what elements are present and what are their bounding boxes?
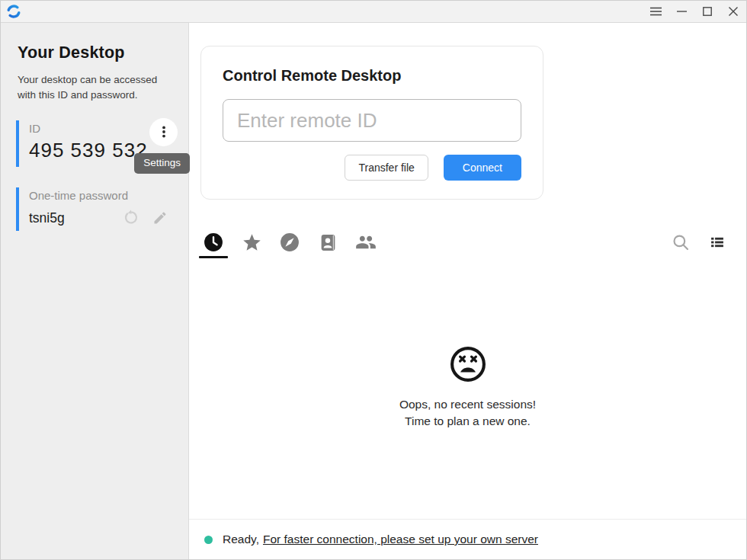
statusbar: Ready, For faster connection, please set…	[189, 519, 746, 559]
minimize-icon	[677, 7, 687, 16]
connect-button[interactable]: Connect	[444, 155, 521, 181]
dizzy-face-icon	[448, 344, 488, 384]
minimize-button[interactable]	[668, 1, 694, 22]
card-button-row: Transfer file Connect	[223, 155, 521, 181]
search-button[interactable]	[668, 230, 693, 254]
settings-menu-button[interactable]	[149, 118, 178, 146]
people-icon	[355, 232, 377, 253]
refresh-password-button[interactable]	[121, 208, 141, 228]
id-section: ID 495 539 532 Settings	[16, 120, 188, 167]
app-body: Your Desktop Your desktop can be accesse…	[1, 23, 746, 559]
password-label: One-time password	[29, 189, 188, 202]
session-tabbar	[199, 226, 729, 259]
pencil-icon	[152, 210, 168, 226]
password-section: One-time password tsni5g	[16, 187, 188, 231]
address-book-icon	[319, 233, 338, 252]
connect-card: Control Remote Desktop Transfer file Con…	[200, 46, 543, 200]
window-menu-button[interactable]	[643, 1, 668, 22]
clock-icon	[204, 232, 223, 252]
maximize-button[interactable]	[694, 1, 720, 22]
three-dots-vertical-icon	[157, 125, 171, 139]
remote-id-input[interactable]	[223, 99, 521, 142]
edit-password-button[interactable]	[150, 208, 170, 228]
hamburger-menu-icon	[650, 7, 662, 16]
tab-favorites[interactable]	[237, 226, 266, 259]
sidebar: Your Desktop Your desktop can be accesse…	[1, 23, 189, 559]
close-icon	[729, 7, 738, 16]
maximize-icon	[703, 7, 712, 16]
list-view-icon	[710, 235, 725, 250]
list-view-button[interactable]	[705, 230, 729, 254]
main-area: Control Remote Desktop Transfer file Con…	[189, 23, 746, 559]
compass-icon	[280, 232, 300, 252]
titlebar	[1, 1, 746, 23]
tab-discovered[interactable]	[275, 226, 304, 259]
transfer-file-button[interactable]: Transfer file	[345, 155, 428, 181]
sidebar-subtitle: Your desktop can be accessed with this I…	[18, 72, 172, 104]
tab-group[interactable]	[351, 226, 380, 259]
empty-line-2: Time to plan a new one.	[399, 413, 536, 430]
settings-tooltip: Settings	[134, 153, 190, 174]
search-icon	[671, 232, 691, 252]
app-logo	[6, 4, 21, 19]
star-icon	[242, 232, 262, 253]
sidebar-title: Your Desktop	[18, 43, 188, 62]
status-dot	[204, 536, 213, 544]
refresh-icon	[123, 210, 139, 226]
empty-line-1: Oops, no recent sessions!	[399, 396, 536, 413]
rustdesk-window: Your Desktop Your desktop can be accesse…	[0, 0, 747, 560]
tab-recent-sessions[interactable]	[199, 226, 228, 259]
card-title: Control Remote Desktop	[223, 67, 521, 85]
empty-state: Oops, no recent sessions! Time to plan a…	[189, 259, 746, 519]
status-text: Ready,	[223, 533, 259, 546]
tab-address-book[interactable]	[313, 226, 342, 259]
close-button[interactable]	[720, 1, 746, 22]
empty-state-text: Oops, no recent sessions! Time to plan a…	[399, 396, 536, 430]
setup-server-link[interactable]: For faster connection, please set up you…	[263, 533, 538, 546]
